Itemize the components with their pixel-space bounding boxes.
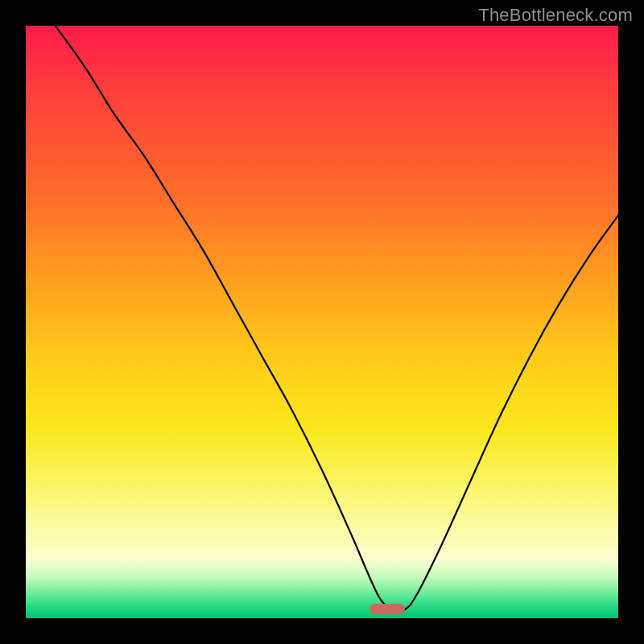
plot-area [26,26,618,618]
optimal-marker [369,604,405,614]
curve-layer [26,26,618,618]
chart-frame: TheBottleneck.com [0,0,644,644]
watermark-text: TheBottleneck.com [478,5,633,26]
bottleneck-curve [56,26,618,611]
